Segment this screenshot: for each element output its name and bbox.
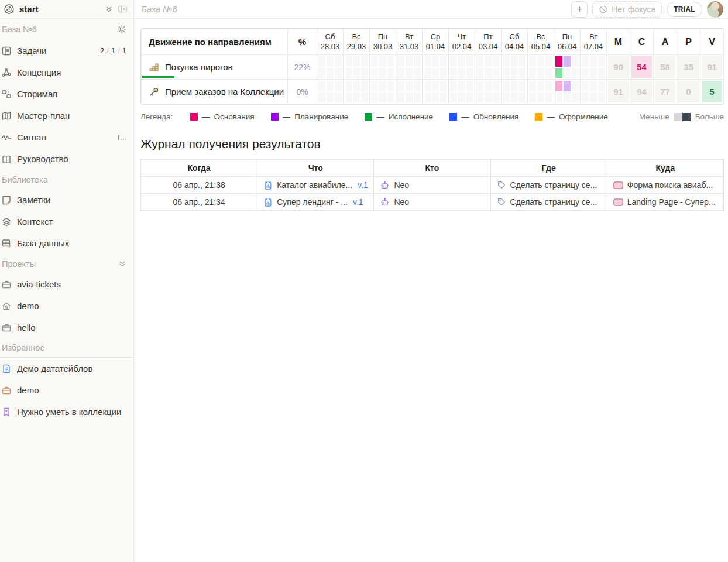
heatmap-mini-cell — [466, 81, 473, 91]
section-header-2[interactable]: Избранное — [0, 338, 133, 358]
heatmap-mini-cell — [590, 56, 597, 67]
heatmap-mini-cell — [424, 81, 431, 91]
heatmap-mini-cell — [353, 56, 360, 67]
sidebar-item-база-данных[interactable]: База данных — [0, 232, 133, 254]
sidebar-sections: БиблиотекаЗаметкиКонтекстБаза данныхПрое… — [0, 170, 133, 423]
sidebar-item-label: avia-tickets — [17, 279, 126, 289]
direction-percent: 0% — [288, 80, 317, 104]
sidebar-item-avia-tickets[interactable]: avia-tickets — [0, 273, 133, 295]
briefcase-icon — [1, 279, 12, 290]
sidebar-item-guide[interactable]: Руководство — [0, 148, 133, 170]
sidebar-item-label: Руководство — [17, 154, 126, 164]
heatmap-mini-cell — [519, 68, 526, 78]
heatmap-mini-cell — [476, 56, 483, 67]
heatmap-mini-cell — [582, 56, 589, 67]
result-version-link[interactable]: v.1 — [353, 197, 363, 207]
add-button[interactable]: + — [571, 1, 588, 18]
base-settings-gear-icon[interactable] — [117, 25, 126, 34]
sidebar-item-заметки[interactable]: Заметки — [0, 189, 133, 211]
heatmap-mini-cell — [466, 92, 473, 103]
tasks-icon — [1, 46, 12, 56]
sidebar-item-tasks[interactable]: Задачи2/1/1 — [0, 40, 133, 61]
sidebar-item-контекст[interactable]: Контекст — [0, 211, 133, 232]
direction-percent: 22% — [288, 55, 317, 80]
heatmap-mini-cell — [414, 92, 421, 103]
trial-badge[interactable]: TRIAL — [667, 2, 702, 17]
sidebar-item-masterplan[interactable]: Мастер-план — [0, 105, 133, 126]
metric-value: 94 — [631, 81, 652, 102]
heatmap-mini-cell — [519, 92, 526, 103]
sidebar-item-demo[interactable]: demo — [0, 379, 133, 401]
badge-count: 2 — [100, 46, 104, 55]
sidebar-item-демо-дататейблов[interactable]: Демо дататейблов — [0, 358, 133, 379]
journal-row: 06 апр., 21:34Супер лендинг - ...v.1NeoС… — [141, 194, 724, 211]
journal-who-cell: Neo — [374, 194, 490, 211]
heatmap-mini-cell — [598, 92, 605, 103]
section-chevron-icon[interactable] — [118, 260, 126, 268]
section-title: Проекты — [2, 259, 36, 269]
heatmap-mini-cell — [371, 68, 378, 78]
heatmap-mini-cell — [545, 92, 552, 103]
legend-swatch — [449, 113, 457, 121]
sidebar-item-signal[interactable]: Сигнал — [0, 126, 133, 148]
day-date: 05.04 — [528, 42, 554, 52]
heatmap-mini-cell — [318, 56, 325, 67]
doc-blue-icon — [1, 364, 12, 374]
day-column-header: Вт31.03 — [396, 29, 423, 55]
no-focus-button[interactable]: Нет фокуса — [592, 1, 662, 18]
day-date: 02.04 — [449, 42, 475, 52]
direction-name-cell[interactable]: Прием заказов на Коллекции — [142, 80, 288, 104]
metric-value-cell: 35 — [677, 55, 700, 80]
heatmap-day-cell — [344, 80, 370, 104]
heatmap-mini-cell — [503, 81, 510, 91]
metric-value: 35 — [678, 56, 699, 78]
heatmap-mini-cell — [493, 81, 500, 91]
section-header-1[interactable]: Проекты — [0, 254, 133, 273]
journal-dest-cell: Landing Page - Супер... — [607, 194, 723, 211]
heatmap-mini-cell — [432, 92, 439, 103]
heatmap-day-cell — [370, 80, 396, 104]
database-icon — [1, 238, 12, 249]
heatmap-day-cell — [554, 55, 581, 80]
topbar: База №6 + Нет фокуса TRIAL — [134, 0, 728, 19]
day-date: 28.03 — [317, 42, 343, 52]
metric-column-header: C — [630, 29, 654, 55]
who-name: Neo — [394, 197, 409, 207]
result-clipboard-icon — [263, 180, 273, 190]
sidebar-item-hello[interactable]: hello — [0, 317, 133, 338]
sidebar-item-label: Демо дататейблов — [17, 364, 126, 373]
day-date: 07.04 — [581, 42, 606, 52]
workspace-switcher-chevron-icon[interactable] — [105, 5, 113, 13]
legend-scale: Меньше Больше — [639, 112, 724, 121]
percent-column-header: % — [288, 29, 317, 55]
day-column-header: Вт07.04 — [581, 29, 607, 55]
heatmap-mini-cell — [572, 68, 579, 78]
day-column-header: Чт02.04 — [449, 29, 475, 55]
metric-value: 91 — [608, 81, 629, 102]
workspace-name: start — [19, 4, 39, 14]
sidebar-item-demo[interactable]: demo — [0, 295, 133, 317]
section-header-0[interactable]: Библиотека — [0, 170, 133, 189]
sidebar-item-concept[interactable]: Концепция — [0, 61, 133, 83]
metric-value: 91 — [702, 56, 722, 78]
result-version-link[interactable]: v.1 — [358, 180, 368, 190]
heatmap-mini-cell — [361, 68, 368, 78]
heatmap-mini-cell — [450, 68, 457, 78]
journal-when-cell: 06 апр., 21:34 — [141, 194, 257, 211]
heatmap-mini-cell — [387, 92, 394, 103]
heatmap-mini-cell — [432, 81, 439, 91]
heatmap-mini-cell — [335, 81, 342, 91]
sidebar-collapse-icon[interactable] — [118, 4, 128, 14]
direction-name-cell[interactable]: Покупка пирогов — [142, 55, 288, 80]
board-title: Движение по направлениям — [142, 29, 288, 55]
user-avatar[interactable] — [707, 1, 723, 18]
day-column-header: Сб04.04 — [502, 29, 528, 55]
sidebar-item-нужно-уметь-в-коллекции[interactable]: Нужно уметь в коллекции — [0, 401, 133, 423]
day-column-header: Пн06.04 — [554, 29, 581, 55]
heatmap-mini-cell — [493, 68, 500, 78]
heatmap-mini-cell — [406, 92, 413, 103]
sidebar-item-storymap[interactable]: Сторимап — [0, 83, 133, 105]
heatmap-mini-cell — [414, 56, 421, 67]
heatmap-mini-cell — [450, 81, 457, 91]
heatmap-mini-cell — [582, 81, 589, 91]
